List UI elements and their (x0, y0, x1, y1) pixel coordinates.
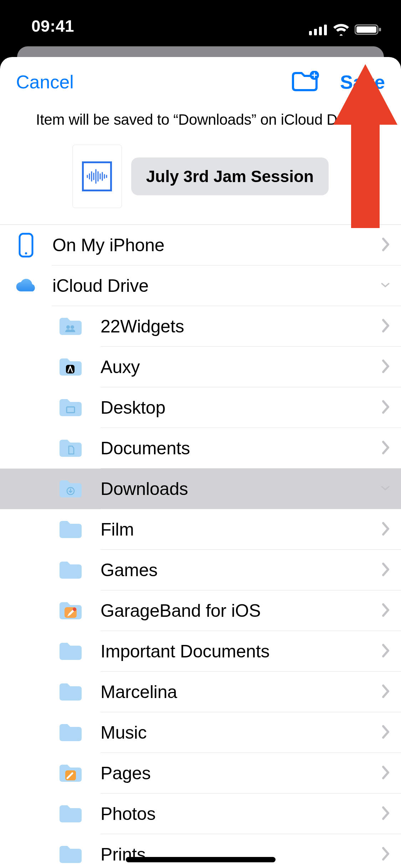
folder-icon (56, 844, 85, 864)
folder-row-downloads[interactable]: Downloads (0, 469, 401, 509)
location-list: On My iPhone iCloud Drive 22Widgets Auxy (0, 225, 401, 868)
screen: 09:41 Cancel (0, 0, 401, 868)
chevron-right-icon (381, 806, 390, 822)
row-label: Film (101, 519, 381, 540)
wifi-icon (333, 24, 350, 36)
svg-point-21 (71, 325, 74, 329)
folder-desktop-icon (56, 398, 85, 418)
svg-point-26 (73, 608, 76, 611)
chevron-right-icon (381, 319, 390, 334)
folder-row-22widgets[interactable]: 22Widgets (0, 306, 401, 347)
save-destination-text: Item will be saved to “Downloads” on iCl… (14, 111, 387, 128)
svg-rect-6 (379, 28, 381, 31)
chevron-right-icon (381, 440, 390, 456)
sheet-header: Cancel Save (0, 57, 401, 107)
cloud-icon (14, 277, 37, 295)
folder-icon (56, 520, 85, 539)
file-preview-row: July 3rd Jam Session (14, 145, 387, 208)
row-label: 22Widgets (101, 316, 381, 337)
folder-garageband-icon (56, 601, 85, 621)
row-label: Photos (101, 804, 381, 824)
svg-point-19 (25, 252, 27, 254)
svg-rect-2 (319, 27, 322, 35)
row-label: Important Documents (101, 641, 381, 662)
chevron-right-icon (381, 684, 390, 700)
chevron-down-icon (381, 278, 390, 294)
chevron-right-icon (381, 237, 390, 253)
folder-row-film[interactable]: Film (0, 509, 401, 550)
chevron-right-icon (381, 359, 390, 375)
cancel-button[interactable]: Cancel (16, 71, 74, 93)
row-label: Documents (101, 438, 381, 459)
row-label: iCloud Drive (52, 275, 381, 296)
row-label: Auxy (101, 357, 381, 377)
folder-document-icon (56, 438, 85, 458)
row-label: GarageBand for iOS (101, 600, 381, 621)
file-name-field[interactable]: July 3rd Jam Session (131, 157, 329, 195)
chevron-right-icon (381, 603, 390, 619)
cellular-icon (309, 24, 328, 35)
new-folder-button[interactable] (292, 71, 319, 93)
row-label: On My iPhone (52, 235, 381, 255)
new-folder-icon (292, 71, 319, 92)
folder-row-garageband[interactable]: GarageBand for iOS (0, 590, 401, 631)
audio-waveform-icon (82, 161, 112, 191)
battery-icon (355, 24, 382, 36)
folder-icon (56, 723, 85, 743)
row-label: Desktop (101, 397, 381, 418)
svg-rect-0 (309, 31, 312, 35)
status-time: 09:41 (31, 16, 74, 36)
folder-row-music[interactable]: Music (0, 712, 401, 753)
info-section: Item will be saved to “Downloads” on iCl… (0, 107, 401, 224)
status-bar: 09:41 (0, 0, 401, 39)
folder-icon (56, 682, 85, 702)
modal-backdrop-hint (17, 46, 384, 57)
folder-row-games[interactable]: Games (0, 550, 401, 590)
location-row-on-my-iphone[interactable]: On My iPhone (0, 225, 401, 265)
folder-row-prints[interactable]: Prints (0, 834, 401, 868)
folder-auxy-icon (56, 357, 85, 377)
svg-rect-5 (356, 26, 376, 33)
row-label: Games (101, 560, 381, 580)
folder-icon (56, 804, 85, 824)
folder-row-documents[interactable]: Documents (0, 428, 401, 469)
row-label: Pages (101, 763, 381, 784)
location-row-icloud-drive[interactable]: iCloud Drive (0, 265, 401, 306)
folder-row-auxy[interactable]: Auxy (0, 347, 401, 387)
row-label: Marcelina (101, 682, 381, 702)
chevron-right-icon (381, 644, 390, 659)
svg-rect-1 (314, 29, 317, 35)
folder-icon (56, 560, 85, 580)
folder-row-important-documents[interactable]: Important Documents (0, 631, 401, 672)
chevron-right-icon (381, 400, 390, 415)
save-button[interactable]: Save (340, 71, 385, 93)
svg-rect-3 (324, 25, 327, 35)
row-label: Music (101, 722, 381, 743)
row-label: Downloads (101, 479, 381, 499)
folder-row-pages[interactable]: Pages (0, 753, 401, 794)
folder-row-photos[interactable]: Photos (0, 794, 401, 834)
folder-row-marcelina[interactable]: Marcelina (0, 672, 401, 712)
chevron-right-icon (381, 522, 390, 537)
folder-icon (56, 641, 85, 661)
chevron-right-icon (381, 562, 390, 578)
status-icons (309, 24, 382, 36)
home-indicator[interactable] (126, 857, 276, 862)
folder-row-desktop[interactable]: Desktop (0, 387, 401, 428)
chevron-right-icon (381, 765, 390, 781)
iphone-icon (14, 233, 37, 258)
chevron-right-icon (381, 725, 390, 740)
chevron-down-icon (381, 481, 390, 497)
file-thumbnail (72, 145, 122, 208)
folder-download-icon (56, 479, 85, 499)
chevron-right-icon (381, 847, 390, 862)
save-to-files-sheet: Cancel Save Item will be saved to “Downl… (0, 57, 401, 868)
svg-point-20 (66, 325, 70, 329)
folder-pages-icon (56, 763, 85, 783)
folder-shared-icon (56, 316, 85, 336)
